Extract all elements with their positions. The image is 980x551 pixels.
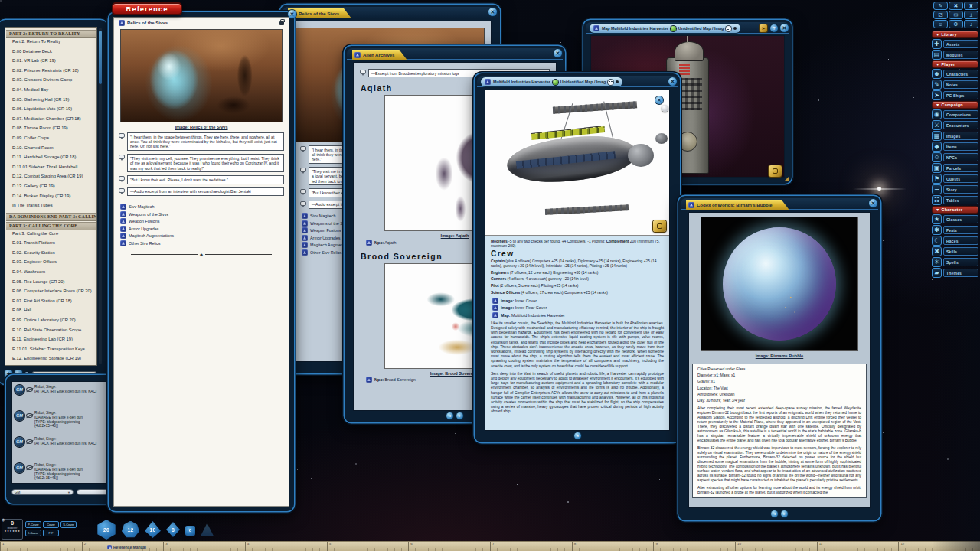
- reference-toc-window[interactable]: PART 2: RETURN TO REALITY Part 2: Return…: [0, 20, 107, 384]
- sidebar-item-icon[interactable]: ✖: [932, 246, 942, 256]
- die[interactable]: 20: [96, 520, 116, 540]
- toc-row[interactable]: In The Transit Tubes: [5, 203, 96, 209]
- map-resize-handle[interactable]: [784, 176, 789, 181]
- sidebar-item-label[interactable]: Images: [943, 132, 978, 140]
- toc-row[interactable]: D.14. Broken Display (CR 19): [5, 194, 96, 200]
- toc-row[interactable]: E.07. First Aid Station (CR 18): [5, 298, 96, 305]
- lock-icon[interactable]: [653, 220, 666, 232]
- sidebar-item-icon[interactable]: ▰: [932, 268, 942, 278]
- sidebar-section-header[interactable]: ▼ Player: [932, 60, 978, 68]
- sidebar-tool-button[interactable]: ✎: [933, 2, 948, 10]
- sidebar-item-icon[interactable]: ✱: [932, 225, 942, 235]
- hotkey-slot[interactable]: 1: [0, 542, 82, 551]
- die[interactable]: [201, 523, 214, 536]
- sidebar-item-icon[interactable]: ☷: [932, 195, 942, 205]
- die[interactable]: 12: [122, 521, 139, 539]
- toc-row[interactable]: E.02. Security Station: [5, 250, 96, 256]
- toc-row[interactable]: E.05. Rec Lounge (CR 20): [5, 279, 96, 285]
- reference-link[interactable]: Weapons of the Sivvs: [120, 211, 289, 217]
- sidebar-item-icon[interactable]: ☾: [932, 236, 942, 246]
- sidebar-item-label[interactable]: Tables: [943, 196, 978, 204]
- sidebar-item-icon[interactable]: ▦: [932, 131, 942, 141]
- sidebar-section-header[interactable]: ▼ Library: [932, 31, 978, 38]
- toc-row[interactable]: E.11. Engineering Lab (CR 19): [5, 337, 96, 343]
- relics-image-link[interactable]: Image: Relics of the Sivvs: [114, 125, 289, 129]
- harvester-link[interactable]: Image: Inner Rear Cover: [492, 305, 664, 311]
- combat-modifier-button[interactable]: Cover: [43, 521, 59, 528]
- toc-row[interactable]: E.06. Computer Interface Room (CR 20): [5, 289, 96, 295]
- toc-row[interactable]: D.01. VR Lab (CR 19): [5, 58, 96, 64]
- sidebar-item-label[interactable]: Feats: [943, 226, 978, 234]
- relics-artwork[interactable]: [120, 29, 283, 122]
- combat-modifier-button[interactable]: P-Cover: [25, 521, 41, 528]
- next-page-button[interactable]: ►: [456, 412, 463, 419]
- sidebar-item-icon[interactable]: ▣: [932, 163, 942, 173]
- harvester-link[interactable]: Map: Multifold Industries Harvester: [492, 312, 664, 318]
- prev-page-button[interactable]: ◄: [574, 432, 581, 439]
- sidebar-tool-button[interactable]: ✉: [949, 11, 963, 19]
- sidebar-item-label[interactable]: Modules: [943, 51, 978, 59]
- sidebar-item-icon[interactable]: ☰: [932, 184, 942, 194]
- sidebar-item-icon[interactable]: ☺: [932, 152, 942, 162]
- hotkey-slot[interactable]: 3: [163, 542, 245, 551]
- reference-badge[interactable]: Reference: [112, 2, 182, 15]
- story-relics-close-button[interactable]: ✕: [488, 8, 497, 16]
- harvester-close-button[interactable]: ✕: [668, 77, 677, 86]
- sidebar-item-label[interactable]: Notes: [943, 80, 978, 89]
- sidebar-tool-button[interactable]: ☺: [933, 20, 948, 28]
- token-delete-button[interactable]: ✕: [655, 96, 663, 104]
- sidebar-item-icon[interactable]: ◉: [932, 109, 942, 119]
- brush-size-icon[interactable]: [733, 27, 737, 30]
- toc-row[interactable]: D.08. Throne Room (CR 19): [5, 126, 96, 132]
- toc-row[interactable]: D.05. Gathering Hall (CR 19): [5, 97, 96, 103]
- hotkey-slot[interactable]: 5: [327, 542, 409, 551]
- planet-artwork[interactable]: [701, 217, 858, 351]
- reference-link[interactable]: Other Sivv Relics: [120, 240, 289, 246]
- identified-toggle-icon[interactable]: [671, 26, 676, 31]
- sidebar-item-label[interactable]: Quests: [943, 174, 978, 183]
- sidebar-item-label[interactable]: Story: [943, 185, 978, 194]
- sidebar-item-label[interactable]: Assets: [943, 40, 978, 48]
- next-page-button[interactable]: ►: [781, 510, 788, 517]
- hotkey-slot[interactable]: 6: [408, 542, 490, 551]
- alien-archives-close-button[interactable]: ✕: [554, 49, 562, 57]
- sidebar-item-label[interactable]: Encounters: [943, 121, 978, 129]
- token-face-icon[interactable]: [726, 26, 731, 31]
- story-window-harvester[interactable]: Multifold Industries Harvester Unidentif…: [475, 73, 680, 442]
- sidebar-tool-button[interactable]: ♪: [964, 20, 978, 28]
- help-button[interactable]: ?: [770, 24, 778, 32]
- sidebar-tool-button[interactable]: ±: [964, 11, 978, 19]
- prev-page-button[interactable]: ◄: [771, 510, 778, 517]
- sidebar-item-label[interactable]: PC Ships: [943, 91, 978, 99]
- hotkey-slot[interactable]: 11: [817, 542, 899, 551]
- sidebar-tool-button[interactable]: ♜: [964, 2, 978, 10]
- pointer-tool-icon[interactable]: ➤: [760, 24, 767, 32]
- toc-row[interactable]: Part 3: Calling the Core: [5, 231, 96, 237]
- sidebar-tool-button[interactable]: ⚙: [949, 20, 963, 28]
- alien-archives-tab[interactable]: Alien Archives: [352, 50, 407, 60]
- sidebar-item-label[interactable]: Characters: [943, 70, 978, 78]
- sidebar-item-icon[interactable]: ◆: [932, 142, 942, 152]
- story-window-codex[interactable]: Codex of Worlds: Birnam's Bubble ✕ Image…: [678, 196, 880, 520]
- sidebar-item-icon[interactable]: ✚: [932, 39, 942, 49]
- sidebar-tool-button[interactable]: ✖: [949, 2, 963, 10]
- sidebar-item-label[interactable]: Races: [943, 236, 978, 245]
- sidebar-section-header[interactable]: ▼ Campaign: [932, 101, 978, 109]
- map-window-titlebar[interactable]: Map Multifold Industries Harvester Unide…: [590, 24, 740, 33]
- reference-link[interactable]: Magitech Augmentations: [120, 233, 289, 239]
- planet-image-link[interactable]: Image: Birnams Bubble: [689, 354, 870, 358]
- map-close-button[interactable]: ✕: [780, 24, 789, 32]
- toc-row[interactable]: E.01. Transit Platform: [5, 240, 96, 246]
- toc-row[interactable]: D.12. Combat Staging Area (CR 19): [5, 174, 96, 180]
- toc-row[interactable]: D.13. Gallery (CR 19): [5, 184, 96, 190]
- lock-icon[interactable]: [769, 165, 782, 177]
- combat-modifier-button[interactable]: F-F: [43, 530, 59, 536]
- sidebar-item-label[interactable]: Classes: [943, 215, 978, 223]
- hotkey-slot[interactable]: 8: [572, 542, 654, 551]
- sidebar-item-label[interactable]: NPCs: [943, 153, 978, 161]
- sidebar-item-label[interactable]: Skills: [943, 247, 978, 256]
- sidebar-item-icon[interactable]: ⚑: [932, 174, 942, 184]
- identified-toggle-icon[interactable]: [553, 80, 558, 85]
- reference-link[interactable]: Sivv Magitech: [120, 204, 289, 210]
- sidebar-item-label[interactable]: Items: [943, 142, 978, 151]
